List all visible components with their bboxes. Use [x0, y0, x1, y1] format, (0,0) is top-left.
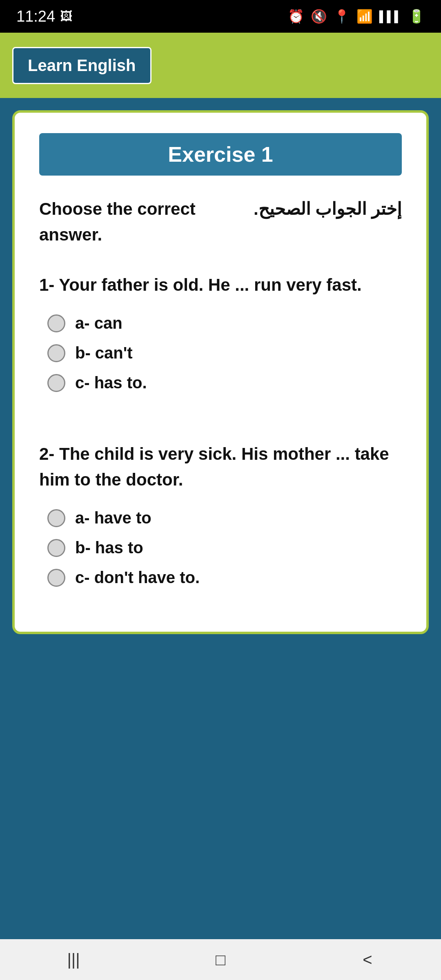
- battery-icon: 🔋: [408, 9, 425, 24]
- q2-option-a[interactable]: a- have to: [47, 509, 402, 527]
- status-icons: ⏰ 🔇 📍 📶 ▌▌▌ 🔋: [288, 9, 425, 24]
- q2-radio-c[interactable]: [47, 569, 65, 587]
- nav-home-button[interactable]: □: [204, 947, 237, 972]
- exercise-title: Exercise 1: [168, 143, 273, 166]
- alarm-icon: ⏰: [288, 9, 304, 24]
- question-1-text: 1- Your father is old. He ... run very f…: [39, 272, 402, 298]
- app-header: Learn English: [0, 33, 441, 98]
- q2-label-b: b- has to: [75, 539, 143, 557]
- menu-icon: |||: [67, 951, 80, 969]
- q1-label-b: b- can't: [75, 344, 133, 362]
- logo-text: Learn English: [28, 56, 136, 74]
- exercise-title-box: Exercise 1: [39, 133, 402, 176]
- signal-bars-icon: ▌▌▌: [379, 10, 402, 23]
- question-2-options: a- have to b- has to c- don't have to.: [39, 509, 402, 587]
- question-1-block: 1- Your father is old. He ... run very f…: [39, 272, 402, 392]
- location-icon: 📍: [334, 9, 350, 24]
- q1-option-a[interactable]: a- can: [47, 314, 402, 332]
- clock-time: 11:24: [16, 8, 55, 25]
- question-2-text: 2- The child is very sick. His mother ..…: [39, 441, 402, 492]
- status-bar: 11:24 🖼 ⏰ 🔇 📍 📶 ▌▌▌ 🔋: [0, 0, 441, 33]
- q1-option-b[interactable]: b- can't: [47, 344, 402, 362]
- q1-radio-c[interactable]: [47, 374, 65, 392]
- q1-radio-b[interactable]: [47, 344, 65, 362]
- question-1-options: a- can b- can't c- has to.: [39, 314, 402, 392]
- q2-radio-b[interactable]: [47, 539, 65, 557]
- separator-1: [39, 416, 402, 441]
- mute-icon: 🔇: [311, 9, 327, 24]
- q1-label-a: a- can: [75, 314, 122, 332]
- status-time: 11:24 🖼: [16, 8, 72, 25]
- q1-radio-a[interactable]: [47, 314, 65, 332]
- q2-option-b[interactable]: b- has to: [47, 539, 402, 557]
- q2-radio-a[interactable]: [47, 509, 65, 527]
- q1-option-c[interactable]: c- has to.: [47, 374, 402, 392]
- question-2-block: 2- The child is very sick. His mother ..…: [39, 441, 402, 587]
- image-icon: 🖼: [60, 9, 72, 23]
- exercise-card: Exercise 1 Choose the correct answer. إخ…: [12, 110, 429, 634]
- instruction-arabic: إختر الجواب الصحيح.: [220, 196, 402, 247]
- home-icon: □: [216, 951, 225, 969]
- q2-label-a: a- have to: [75, 509, 151, 527]
- q1-label-c: c- has to.: [75, 374, 147, 392]
- instruction-block: Choose the correct answer. إختر الجواب ا…: [39, 196, 402, 247]
- wifi-icon: 📶: [356, 9, 373, 24]
- main-content: Exercise 1 Choose the correct answer. إخ…: [0, 98, 441, 939]
- nav-bar: ||| □ <: [0, 939, 441, 980]
- q2-label-c: c- don't have to.: [75, 568, 200, 587]
- instruction-english: Choose the correct answer.: [39, 196, 220, 247]
- app-logo: Learn English: [12, 47, 151, 84]
- back-icon: <: [363, 951, 372, 969]
- nav-back-button[interactable]: <: [351, 947, 384, 972]
- nav-menu-button[interactable]: |||: [57, 947, 90, 972]
- q2-option-c[interactable]: c- don't have to.: [47, 568, 402, 587]
